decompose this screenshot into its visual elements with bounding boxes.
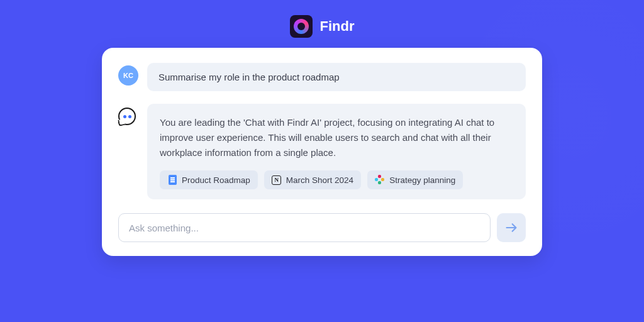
source-chip-strategy-planning[interactable]: Strategy planning: [367, 170, 463, 189]
send-button[interactable]: [497, 213, 526, 242]
brand-name: Findr: [320, 18, 355, 35]
chat-card: KC Summarise my role in the product road…: [102, 48, 542, 256]
ask-input[interactable]: [118, 213, 491, 242]
chip-label: Product Roadmap: [182, 175, 250, 185]
header: Findr: [0, 0, 644, 48]
slack-icon: [375, 175, 385, 185]
user-avatar: KC: [118, 65, 138, 86]
send-icon: [505, 221, 518, 234]
chip-label: Strategy planning: [389, 175, 455, 185]
ai-message-bubble: You are leading the 'Chat with Findr AI'…: [147, 104, 526, 199]
ai-message-row: You are leading the 'Chat with Findr AI'…: [118, 104, 526, 199]
input-row: [118, 213, 526, 242]
user-message-row: KC Summarise my role in the product road…: [118, 63, 526, 91]
notion-icon: N: [272, 175, 282, 185]
ai-response-text: You are leading the 'Chat with Findr AI'…: [160, 115, 513, 160]
source-chips: Product Roadmap N March Short 2024: [160, 170, 513, 189]
logo-icon: [290, 15, 313, 38]
doc-icon: [167, 175, 177, 185]
bot-avatar-icon: [118, 108, 138, 128]
source-chip-march-short[interactable]: N March Short 2024: [264, 170, 361, 189]
user-message-bubble: Summarise my role in the product roadmap: [147, 63, 526, 91]
source-chip-product-roadmap[interactable]: Product Roadmap: [160, 170, 258, 189]
chip-label: March Short 2024: [286, 175, 353, 185]
